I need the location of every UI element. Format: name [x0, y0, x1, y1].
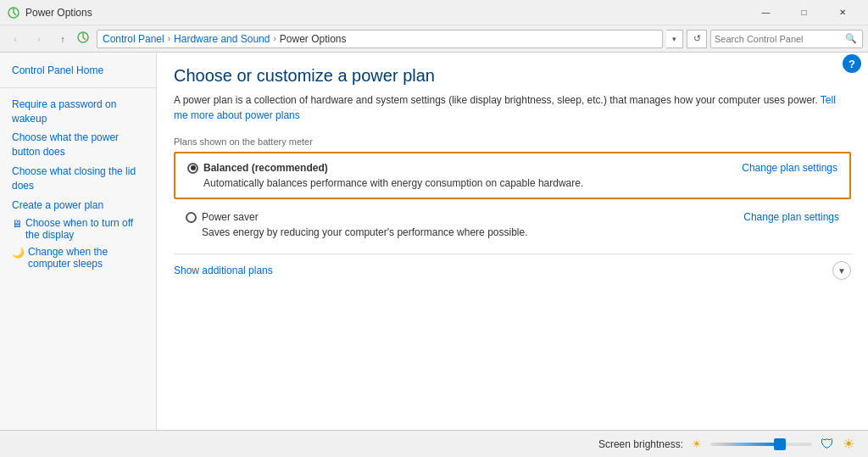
minimize-button[interactable]: —: [747, 0, 785, 25]
plan-balanced-name: Balanced (recommended): [203, 162, 328, 174]
brightness-slider-track: [710, 443, 812, 446]
shield-icon: 🛡: [821, 437, 834, 452]
close-button[interactable]: ✕: [823, 0, 861, 25]
addressbar: ‹ › ↑ Control Panel › Hardware and Sound…: [0, 25, 868, 53]
brightness-slider-thumb[interactable]: [774, 438, 786, 450]
plan-power-saver-header: Power saver Change plan settings: [186, 211, 839, 223]
breadcrumb-control-panel[interactable]: Control Panel: [103, 33, 164, 45]
forward-button[interactable]: ›: [29, 29, 49, 49]
plan-power-saver-desc: Saves energy by reducing your computer's…: [202, 226, 839, 238]
up-button[interactable]: ↑: [53, 29, 73, 49]
breadcrumb-sep-2: ›: [273, 34, 275, 43]
sidebar-item-create-plan[interactable]: Create a power plan: [0, 196, 156, 215]
plan-power-saver-name: Power saver: [202, 211, 259, 223]
plan-power-saver-card: Power saver Change plan settings Saves e…: [174, 204, 851, 245]
sidebar-item-require-password[interactable]: Require a password on wakeup: [0, 95, 156, 129]
sidebar-item-closing-lid[interactable]: Choose what closing the lid does: [0, 162, 156, 196]
sun-dim-icon: ☀: [692, 437, 702, 450]
learn-more-link[interactable]: Tell me more about power plans: [174, 94, 836, 121]
plan-balanced-desc: Automatically balances performance with …: [203, 177, 837, 189]
sun-bright-icon: ☀: [843, 436, 854, 452]
sidebar-item-control-panel-home[interactable]: Control Panel Home: [0, 61, 156, 81]
sidebar-item-computer-sleeps[interactable]: 🌙 Change when the computer sleeps: [0, 243, 156, 272]
show-additional-link[interactable]: Show additional plans: [174, 265, 273, 276]
chevron-down-icon: ▼: [832, 261, 851, 280]
location-icon: [76, 31, 90, 44]
app-icon: [7, 6, 20, 20]
back-button[interactable]: ‹: [5, 29, 25, 49]
brightness-label: Screen brightness:: [598, 438, 683, 450]
show-additional-plans[interactable]: Show additional plans ▼: [174, 254, 851, 287]
moon-icon: 🌙: [12, 247, 25, 259]
page-title: Choose or customize a power plan: [174, 66, 851, 86]
plan-balanced-radio[interactable]: [187, 163, 198, 174]
breadcrumb-sep-1: ›: [168, 34, 170, 43]
plan-balanced-header: Balanced (recommended) Change plan setti…: [187, 162, 837, 174]
bottom-bar: Screen brightness: ☀ 🛡 ☀: [0, 430, 868, 457]
window-controls: — □ ✕: [747, 0, 861, 25]
sidebar-item-power-button[interactable]: Choose what the power button does: [0, 128, 156, 162]
window-title: Power Options: [25, 7, 747, 19]
main-window: Control Panel Home Require a password on…: [0, 53, 868, 457]
search-input[interactable]: [715, 34, 843, 44]
titlebar: Power Options — □ ✕: [0, 0, 868, 25]
plan-power-saver-radio[interactable]: [186, 212, 197, 223]
search-button[interactable]: 🔍: [843, 31, 859, 47]
breadcrumb-hardware[interactable]: Hardware and Sound: [174, 33, 270, 45]
search-box: 🔍: [710, 30, 863, 48]
brightness-slider-container: [710, 443, 812, 446]
content-area: Choose or customize a power plan A power…: [157, 53, 868, 457]
intro-text: A power plan is a collection of hardware…: [174, 92, 851, 123]
plan-balanced-label[interactable]: Balanced (recommended): [187, 162, 328, 174]
help-button[interactable]: ?: [843, 54, 861, 73]
plan-balanced-card: Balanced (recommended) Change plan setti…: [174, 152, 851, 199]
section-label: Plans shown on the battery meter: [174, 137, 851, 147]
sidebar-item-turn-off-display[interactable]: 🖥 Choose when to turn off the display: [0, 215, 156, 243]
breadcrumb: Control Panel › Hardware and Sound › Pow…: [97, 30, 663, 48]
maximize-button[interactable]: □: [785, 0, 823, 25]
plan-balanced-change-link[interactable]: Change plan settings: [742, 162, 837, 174]
sidebar: Control Panel Home Require a password on…: [0, 53, 157, 457]
monitor-icon: 🖥: [12, 218, 22, 230]
refresh-button[interactable]: ↺: [687, 30, 707, 48]
plan-power-saver-label[interactable]: Power saver: [186, 211, 259, 223]
breadcrumb-current: Power Options: [280, 33, 347, 45]
plan-power-saver-change-link[interactable]: Change plan settings: [743, 211, 839, 223]
breadcrumb-dropdown[interactable]: ▾: [666, 30, 683, 48]
